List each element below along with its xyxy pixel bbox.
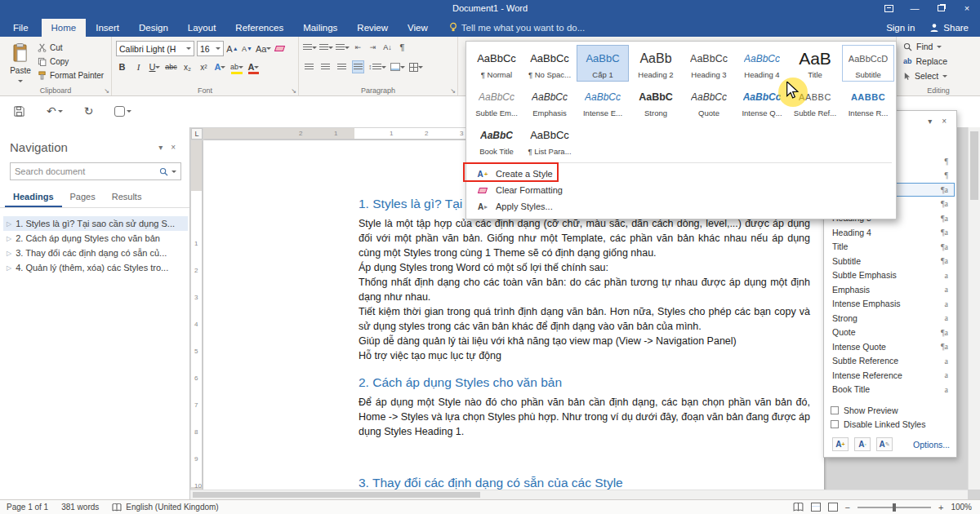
zoom-out-button[interactable]: − (845, 503, 850, 512)
styles-pane-row[interactable]: Subtle Referencea (826, 354, 955, 369)
expand-arrow-icon[interactable]: ▷ (7, 250, 11, 257)
horizontal-scrollbar[interactable] (190, 490, 968, 499)
change-case-button[interactable]: Aa (256, 42, 271, 55)
expand-arrow-icon[interactable]: ▷ (7, 220, 11, 228)
font-name-combo[interactable]: Calibri Light (H (116, 41, 194, 56)
styles-pane-row[interactable]: Intense Quote¶a (826, 339, 955, 354)
shading-button[interactable] (390, 60, 405, 73)
tab-layout[interactable]: Layout (178, 19, 226, 37)
style-gallery-item-emphasis[interactable]: AaBbCcEmphasis (523, 83, 576, 120)
increase-indent-button[interactable]: ⇥ (367, 41, 379, 54)
underline-button[interactable]: U (149, 60, 161, 73)
style-gallery-item-h4[interactable]: AaBbCcHeading 4 (736, 45, 788, 82)
search-icon[interactable] (159, 167, 168, 176)
bullets-button[interactable] (303, 41, 317, 54)
undo-button[interactable]: ↶ (47, 104, 63, 117)
copy-button[interactable]: Copy (38, 55, 104, 67)
styles-pane-row[interactable]: Title¶a (826, 240, 955, 255)
italic-button[interactable]: I (132, 60, 145, 73)
redo-button[interactable]: ↻ (84, 104, 94, 117)
decrease-indent-button[interactable]: ⇤ (352, 41, 364, 54)
tab-design[interactable]: Design (129, 19, 178, 37)
navigation-pane-close-button[interactable]: × (167, 143, 180, 152)
styles-options-link[interactable]: Options... (913, 440, 950, 450)
styles-pane-dropdown-button[interactable]: ▾ (928, 117, 932, 126)
find-button[interactable]: Find (897, 40, 980, 53)
numbering-button[interactable] (319, 41, 333, 54)
apply-styles-menu-item[interactable]: AApply Styles... (470, 198, 892, 215)
justify-button[interactable] (352, 60, 364, 73)
clipboard-dialog-launcher[interactable]: ↘ (104, 87, 109, 95)
sign-in-link[interactable]: Sign in (886, 23, 915, 33)
ribbon-display-options-button[interactable] (875, 0, 902, 16)
web-layout-button[interactable] (828, 503, 838, 512)
grow-font-button[interactable]: A▲ (226, 42, 238, 55)
style-gallery-item-normal[interactable]: AaBbCc¶ Normal (470, 45, 523, 82)
minimize-button[interactable]: — (902, 0, 928, 16)
font-color-button[interactable]: A (247, 60, 260, 73)
font-dialog-launcher[interactable]: ↘ (291, 87, 296, 95)
zoom-in-button[interactable]: + (938, 503, 943, 512)
search-options-caret[interactable] (172, 171, 176, 175)
tell-me-box[interactable]: Tell me what you want to do... (449, 22, 586, 37)
replace-button[interactable]: ab Replace (897, 55, 980, 68)
nav-heading-item[interactable]: ▷4. Quản lý (thêm, xóa) các Styles tro..… (3, 260, 188, 275)
style-gallery-item-intensee[interactable]: AaBbCcIntense E... (577, 83, 629, 120)
restore-button[interactable] (928, 0, 954, 16)
style-gallery-item-listpara[interactable]: AaBbCc¶ List Para... (523, 122, 576, 158)
tab-mailings[interactable]: Mailings (293, 19, 347, 37)
touch-mouse-mode-button[interactable] (114, 106, 131, 117)
language-indicator[interactable]: English (United Kingdom) (112, 503, 218, 512)
style-gallery-item-title[interactable]: AaBTitle (789, 45, 841, 82)
vertical-scrollbar[interactable] (968, 127, 980, 490)
tab-view[interactable]: View (398, 19, 438, 37)
multilevel-list-button[interactable] (336, 41, 350, 54)
manage-styles-button[interactable]: A✎ (876, 437, 893, 451)
styles-pane-row[interactable]: Subtitle¶a (826, 254, 955, 268)
style-gallery-item-h3[interactable]: AaBbCcHeading 3 (683, 45, 735, 82)
search-input[interactable] (15, 166, 156, 176)
align-left-button[interactable] (303, 60, 315, 73)
select-button[interactable]: Select (897, 69, 980, 82)
strikethrough-button[interactable]: abc (165, 60, 177, 73)
shrink-font-button[interactable]: A▼ (241, 42, 253, 55)
line-spacing-button[interactable]: ↕ (368, 60, 386, 73)
tab-review[interactable]: Review (347, 19, 398, 37)
style-gallery-item-cap1[interactable]: AaBbCCấp 1 (577, 45, 629, 82)
clear-formatting-button[interactable] (274, 42, 286, 55)
clear-formatting-menu-item[interactable]: Clear Formatting (470, 182, 892, 198)
cut-button[interactable]: Cut (38, 42, 104, 53)
styles-pane-row[interactable]: Book Titlea (826, 383, 955, 397)
superscript-button[interactable]: x² (198, 60, 210, 73)
styles-pane-row[interactable]: Emphasisa (826, 282, 955, 297)
subscript-button[interactable]: x₂ (181, 60, 194, 73)
show-preview-checkbox[interactable]: Show Preview (831, 403, 950, 417)
zoom-slider[interactable] (858, 507, 931, 508)
vertical-scroll-thumb[interactable] (970, 131, 978, 200)
styles-pane-row[interactable]: Heading 4¶a (826, 225, 955, 240)
bold-button[interactable]: B (116, 60, 128, 73)
style-gallery-item-subtitle[interactable]: AaBbCcDSubtitle (842, 45, 894, 82)
save-button[interactable] (13, 105, 25, 117)
align-right-button[interactable] (336, 60, 348, 73)
styles-pane-row[interactable]: Intense Referencea (826, 368, 955, 383)
styles-pane-row[interactable]: Subtle Emphasisa (826, 268, 955, 283)
tab-file[interactable]: File (0, 19, 42, 37)
nav-tab-headings[interactable]: Headings (5, 188, 62, 207)
show-formatting-marks-button[interactable]: ¶ (396, 41, 408, 54)
styles-pane-close-button[interactable]: × (942, 117, 947, 126)
style-gallery-item-nospacing[interactable]: AaBbCc¶ No Spac... (523, 45, 576, 82)
style-gallery-item-book[interactable]: AaBbCBook Title (470, 122, 523, 158)
sort-button[interactable]: A↓ (381, 41, 394, 54)
style-gallery-item-quote[interactable]: AaBbCcQuote (683, 83, 735, 120)
nav-heading-item[interactable]: ▷1. Styles là gì? Tại sao cần sử dụng S.… (3, 216, 188, 231)
search-box[interactable] (10, 162, 181, 180)
style-gallery-item-intenser[interactable]: AABBCIntense R... (842, 83, 894, 120)
nav-heading-item[interactable]: ▷3. Thay đổi các định dạng có sẵn củ... (3, 246, 188, 260)
paragraph-dialog-launcher[interactable]: ↘ (450, 87, 456, 95)
close-button[interactable]: × (954, 0, 980, 16)
style-gallery-item-subtleem[interactable]: AaBbCcSubtle Em... (470, 83, 523, 120)
expand-arrow-icon[interactable]: ▷ (7, 235, 11, 242)
align-center-button[interactable] (319, 60, 332, 73)
print-layout-button[interactable] (811, 503, 821, 512)
